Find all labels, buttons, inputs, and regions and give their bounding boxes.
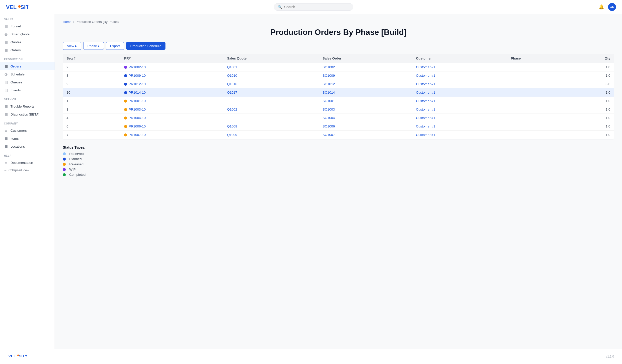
seq-cell: 3 bbox=[63, 105, 121, 114]
quote-cell-link[interactable]: Q1001 bbox=[227, 65, 237, 69]
customer-cell: Customer #1 bbox=[412, 97, 507, 105]
phase-button[interactable]: Phase ▸ bbox=[83, 42, 104, 50]
production-schedule-button[interactable]: Production Schedule bbox=[126, 42, 166, 50]
search-input[interactable] bbox=[284, 5, 349, 9]
svg-text:VEL: VEL bbox=[8, 354, 16, 358]
customers-icon: ⌂ bbox=[4, 128, 8, 132]
collapse-button[interactable]: ← Collapsed View bbox=[0, 167, 55, 174]
pr-cell: PR1002-10 bbox=[121, 63, 224, 71]
collapse-icon: ← bbox=[4, 169, 7, 172]
orders-icon: ▦ bbox=[4, 48, 8, 52]
status-dot bbox=[124, 74, 127, 77]
pr-cell-link[interactable]: PR1009-10 bbox=[129, 74, 146, 77]
customer-cell-link[interactable]: Customer #1 bbox=[416, 133, 435, 137]
sidebar-item-prod-orders[interactable]: ▦Orders bbox=[0, 62, 55, 70]
status-title: Status Types: bbox=[63, 145, 614, 149]
qty-cell: 1.0 bbox=[568, 88, 614, 97]
table-row: 10PR1014-10Q1017SO1014Customer #11.0 bbox=[63, 88, 614, 97]
sidebar-item-label-prod-orders: Orders bbox=[10, 64, 21, 68]
so-cell-link[interactable]: SO1014 bbox=[322, 91, 335, 94]
pr-cell-link[interactable]: PR1007-10 bbox=[129, 133, 146, 137]
documentation-icon: ⌂ bbox=[4, 161, 8, 165]
quote-cell-link[interactable]: Q1010 bbox=[227, 74, 237, 77]
table-row: 9PR1012-10Q1016SO1012Customer #13.0 bbox=[63, 80, 614, 88]
breadcrumb-home-link[interactable]: Home bbox=[63, 20, 72, 24]
so-cell-link[interactable]: SO1012 bbox=[322, 82, 335, 86]
sidebar-item-quotes[interactable]: ▦Quotes bbox=[0, 38, 55, 46]
status-dot-completed bbox=[63, 173, 66, 176]
seq-cell: 1 bbox=[63, 97, 121, 105]
quote-cell bbox=[224, 97, 319, 105]
quote-cell-link[interactable]: Q1009 bbox=[227, 133, 237, 137]
so-cell-link[interactable]: SO1007 bbox=[322, 133, 335, 137]
notification-bell-icon[interactable]: 🔔 bbox=[599, 4, 604, 10]
so-cell-link[interactable]: SO1002 bbox=[322, 65, 335, 69]
customer-cell-link[interactable]: Customer #1 bbox=[416, 91, 435, 94]
quote-cell-link[interactable]: Q1008 bbox=[227, 124, 237, 128]
sidebar-item-schedule[interactable]: ◷Schedule bbox=[0, 70, 55, 78]
so-cell-link[interactable]: SO1003 bbox=[322, 108, 335, 111]
so-cell: SO1001 bbox=[319, 97, 412, 105]
customer-cell-link[interactable]: Customer #1 bbox=[416, 99, 435, 103]
avatar[interactable]: GN bbox=[608, 3, 616, 11]
quote-cell-link[interactable]: Q1002 bbox=[227, 108, 237, 111]
pr-cell-link[interactable]: PR1001-10 bbox=[129, 99, 146, 103]
sidebar-item-customers[interactable]: ⌂Customers bbox=[0, 126, 55, 134]
seq-cell: 9 bbox=[63, 80, 121, 88]
phase-cell bbox=[507, 114, 568, 122]
view-button[interactable]: View ▸ bbox=[63, 42, 81, 50]
sidebar-item-items[interactable]: ▦Items bbox=[0, 134, 55, 142]
events-icon: ▤ bbox=[4, 88, 8, 92]
sidebar-item-diagnostics[interactable]: ▤Diagnostics (BETA) bbox=[0, 110, 55, 118]
pr-cell-link[interactable]: PR1002-10 bbox=[129, 65, 146, 69]
data-table: Seq #PR#Sales QuoteSales OrderCustomerPh… bbox=[63, 54, 614, 139]
footer: VEL SITY v1.1.0 bbox=[0, 349, 622, 364]
sidebar-item-label-trouble-reports: Trouble Reports bbox=[10, 105, 34, 108]
pr-cell-link[interactable]: PR1004-10 bbox=[129, 116, 146, 120]
customer-cell-link[interactable]: Customer #1 bbox=[416, 74, 435, 77]
so-cell-link[interactable]: SO1006 bbox=[322, 124, 335, 128]
pr-cell-link[interactable]: PR1014-10 bbox=[129, 91, 146, 94]
customer-cell-link[interactable]: Customer #1 bbox=[416, 116, 435, 120]
page-title: Production Orders By Phase [Build] bbox=[63, 28, 614, 37]
breadcrumb-current: Production Orders (By Phase) bbox=[76, 20, 119, 24]
status-dot-reserved bbox=[63, 152, 66, 155]
customer-cell-link[interactable]: Customer #1 bbox=[416, 65, 435, 69]
status-item-reserved: Reserved bbox=[63, 152, 614, 156]
seq-cell: 6 bbox=[63, 122, 121, 131]
pr-cell-link[interactable]: PR1003-10 bbox=[129, 108, 146, 111]
so-cell-link[interactable]: SO1004 bbox=[322, 116, 335, 120]
top-bar: VEL SITY 🔍 🔔 GN bbox=[0, 0, 622, 14]
smart-quote-icon: ◎ bbox=[4, 32, 8, 36]
sidebar-item-funnel[interactable]: ▦Funnel bbox=[0, 22, 55, 30]
customer-cell-link[interactable]: Customer #1 bbox=[416, 82, 435, 86]
quote-cell: Q1009 bbox=[224, 131, 319, 139]
table-row: 3PR1003-10Q1002SO1003Customer #11.0 bbox=[63, 105, 614, 114]
sidebar-item-orders[interactable]: ▦Orders bbox=[0, 46, 55, 54]
sidebar-item-label-schedule: Schedule bbox=[10, 72, 24, 76]
customer-cell: Customer #1 bbox=[412, 71, 507, 80]
trouble-reports-icon: ▤ bbox=[4, 104, 8, 108]
sidebar-item-trouble-reports[interactable]: ▤Trouble Reports bbox=[0, 102, 55, 110]
pr-cell-link[interactable]: PR1012-10 bbox=[129, 82, 146, 86]
sidebar-item-locations[interactable]: ▦Locations bbox=[0, 142, 55, 150]
quote-cell-link[interactable]: Q1016 bbox=[227, 82, 237, 86]
quote-cell-link[interactable]: Q1017 bbox=[227, 91, 237, 94]
status-item-wip: WIP bbox=[63, 168, 614, 171]
export-button[interactable]: Export bbox=[106, 42, 124, 50]
search-bar[interactable]: 🔍 bbox=[274, 3, 353, 11]
col-pr-: PR# bbox=[121, 54, 224, 63]
customer-cell-link[interactable]: Customer #1 bbox=[416, 108, 435, 111]
sidebar-item-smart-quote[interactable]: ◎Smart Quote bbox=[0, 30, 55, 38]
so-cell-link[interactable]: SO1001 bbox=[322, 99, 335, 103]
sidebar-item-documentation[interactable]: ⌂Documentation bbox=[0, 159, 55, 167]
svg-text:SITY: SITY bbox=[20, 4, 28, 10]
sidebar-item-label-diagnostics: Diagnostics (BETA) bbox=[10, 113, 40, 116]
seq-cell: 8 bbox=[63, 71, 121, 80]
customer-cell-link[interactable]: Customer #1 bbox=[416, 124, 435, 128]
so-cell-link[interactable]: SO1009 bbox=[322, 74, 335, 77]
sidebar-item-queues[interactable]: ▤Queues bbox=[0, 78, 55, 86]
so-cell: SO1002 bbox=[319, 63, 412, 71]
pr-cell-link[interactable]: PR1006-10 bbox=[129, 124, 146, 128]
sidebar-item-events[interactable]: ▤Events bbox=[0, 86, 55, 94]
